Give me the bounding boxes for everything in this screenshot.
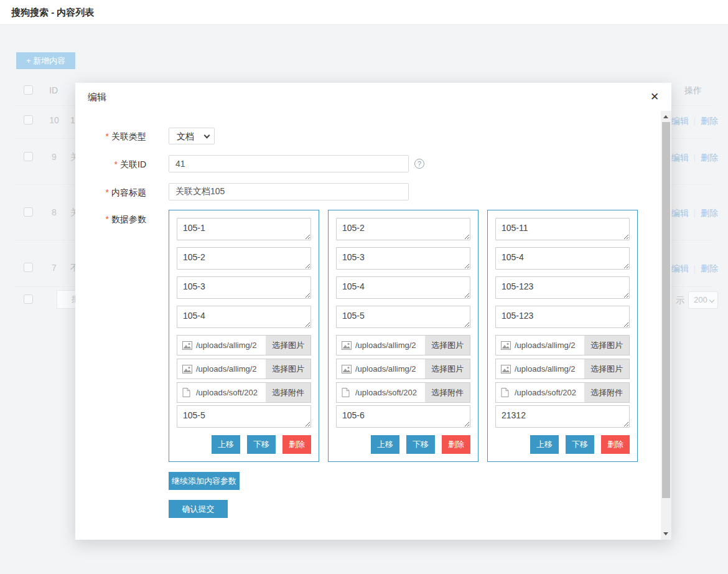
image-path[interactable]: /uploads/allimg/2 bbox=[196, 341, 266, 350]
param-textarea[interactable]: 105-5 bbox=[336, 306, 470, 328]
delete-link[interactable]: 删除 bbox=[701, 153, 718, 164]
column-header-action: 操作 bbox=[684, 85, 702, 96]
param-textarea[interactable]: 105-2 bbox=[336, 218, 470, 240]
move-down-button[interactable]: 下移 bbox=[247, 435, 276, 454]
page-title: 搜狗搜索 - 内容列表 bbox=[11, 7, 94, 19]
image-upload-row: /uploads/allimg/2 选择图片 bbox=[177, 335, 311, 355]
delete-link[interactable]: 删除 bbox=[701, 263, 718, 275]
add-content-button[interactable]: + 新增内容 bbox=[16, 52, 75, 69]
file-path[interactable]: /uploads/soft/202 bbox=[196, 388, 266, 397]
modal-title: 编辑 bbox=[88, 92, 106, 103]
file-icon bbox=[182, 388, 192, 397]
delete-panel-button[interactable]: 删除 bbox=[601, 435, 630, 454]
file-upload-row: /uploads/soft/202 选择附件 bbox=[177, 382, 311, 403]
required-mark: * bbox=[106, 131, 109, 141]
param-textarea[interactable]: 105-4 bbox=[495, 247, 630, 270]
move-up-button[interactable]: 上移 bbox=[530, 435, 559, 454]
image-path[interactable]: /uploads/allimg/2 bbox=[355, 364, 425, 374]
help-icon[interactable]: ? bbox=[414, 159, 424, 169]
image-path[interactable]: /uploads/allimg/2 bbox=[515, 341, 584, 350]
choose-file-button[interactable]: 选择附件 bbox=[266, 383, 310, 402]
image-icon bbox=[342, 341, 352, 350]
move-up-button[interactable]: 上移 bbox=[212, 435, 240, 454]
delete-panel-button[interactable]: 删除 bbox=[282, 435, 311, 454]
row-checkbox[interactable] bbox=[24, 152, 33, 161]
submit-button[interactable]: 确认提交 bbox=[169, 500, 228, 518]
move-down-button[interactable]: 下移 bbox=[406, 435, 435, 454]
param-textarea[interactable]: 105-5 bbox=[177, 405, 311, 428]
edit-link[interactable]: 编辑 bbox=[671, 208, 689, 219]
image-path[interactable]: /uploads/allimg/2 bbox=[355, 341, 425, 350]
param-textarea[interactable]: 105-3 bbox=[177, 276, 311, 299]
page-size-label-fragment: 示 bbox=[676, 295, 684, 306]
row-checkbox[interactable] bbox=[24, 207, 33, 217]
image-path[interactable]: /uploads/allimg/2 bbox=[196, 364, 266, 374]
delete-link[interactable]: 删除 bbox=[701, 116, 718, 127]
content-title-input[interactable] bbox=[169, 183, 409, 200]
choose-image-button[interactable]: 选择图片 bbox=[584, 336, 629, 355]
param-textarea[interactable]: 105-11 bbox=[495, 218, 630, 240]
select-all-checkbox[interactable] bbox=[24, 85, 33, 95]
param-panel: 105-11 105-4 105-123 105-123 /uploads/al… bbox=[487, 210, 638, 462]
page-size-select[interactable]: 200 bbox=[688, 291, 718, 309]
choose-file-button[interactable]: 选择附件 bbox=[584, 383, 629, 402]
param-textarea[interactable]: 105-123 bbox=[495, 276, 630, 299]
required-mark: * bbox=[106, 187, 109, 197]
file-path[interactable]: /uploads/soft/202 bbox=[355, 388, 425, 397]
image-icon bbox=[342, 365, 352, 374]
choose-image-button[interactable]: 选择图片 bbox=[266, 336, 310, 355]
image-path[interactable]: /uploads/allimg/2 bbox=[515, 364, 584, 374]
file-upload-row: /uploads/soft/202 选择附件 bbox=[336, 382, 470, 403]
field-label-type: *关联类型 bbox=[75, 131, 146, 143]
row-actions: 编辑删除 bbox=[671, 208, 721, 219]
choose-image-button[interactable]: 选择图片 bbox=[425, 336, 470, 355]
param-textarea[interactable]: 21312 bbox=[495, 405, 630, 428]
scroll-up-icon[interactable] bbox=[663, 115, 668, 118]
move-down-button[interactable]: 下移 bbox=[566, 435, 594, 454]
param-textarea[interactable]: 105-3 bbox=[336, 247, 470, 270]
row-checkbox[interactable] bbox=[24, 115, 33, 125]
file-icon bbox=[342, 388, 352, 397]
file-icon bbox=[501, 388, 511, 397]
choose-file-button[interactable]: 选择附件 bbox=[425, 383, 470, 402]
scroll-down-icon[interactable] bbox=[663, 532, 668, 535]
edit-link[interactable]: 编辑 bbox=[671, 153, 689, 164]
choose-image-button[interactable]: 选择图片 bbox=[584, 359, 629, 379]
column-header-id: ID bbox=[49, 85, 58, 95]
image-icon bbox=[501, 341, 511, 350]
param-textarea[interactable]: 105-123 bbox=[495, 306, 630, 328]
link-divider bbox=[694, 265, 695, 273]
delete-link[interactable]: 删除 bbox=[701, 208, 718, 219]
link-divider bbox=[694, 210, 695, 218]
panel-button-row: 上移 下移 删除 bbox=[177, 435, 311, 454]
edit-link[interactable]: 编辑 bbox=[671, 263, 689, 275]
param-textarea[interactable]: 105-6 bbox=[336, 405, 470, 428]
move-up-button[interactable]: 上移 bbox=[371, 435, 399, 454]
param-textarea[interactable]: 105-2 bbox=[177, 247, 311, 270]
edit-link[interactable]: 编辑 bbox=[671, 116, 689, 127]
add-param-button[interactable]: 继续添加内容参数 bbox=[169, 472, 240, 490]
delete-panel-button[interactable]: 删除 bbox=[442, 435, 470, 454]
choose-image-button[interactable]: 选择图片 bbox=[425, 359, 470, 379]
row-checkbox[interactable] bbox=[24, 263, 33, 272]
rel-id-input[interactable] bbox=[169, 155, 409, 172]
row-actions: 编辑删除 bbox=[671, 263, 721, 275]
close-icon[interactable]: ✕ bbox=[648, 90, 661, 104]
panel-button-row: 上移 下移 删除 bbox=[336, 435, 470, 454]
image-upload-row: /uploads/allimg/2 选择图片 bbox=[336, 335, 470, 355]
scrollbar-thumb[interactable] bbox=[662, 122, 670, 498]
footer-select-all-checkbox[interactable] bbox=[24, 294, 33, 304]
row-id: 7 bbox=[46, 263, 62, 273]
file-path[interactable]: /uploads/soft/202 bbox=[515, 388, 584, 397]
param-textarea[interactable]: 105-4 bbox=[177, 306, 311, 328]
param-panel: 105-1 105-2 105-3 105-4 /uploads/allimg/… bbox=[169, 210, 319, 462]
required-mark: * bbox=[114, 159, 118, 169]
row-actions: 编辑删除 bbox=[671, 116, 721, 127]
modal-scrollbar[interactable] bbox=[661, 111, 671, 540]
image-upload-row: /uploads/allimg/2 选择图片 bbox=[495, 335, 630, 355]
param-textarea[interactable]: 105-4 bbox=[336, 276, 470, 299]
link-divider bbox=[694, 118, 695, 126]
choose-image-button[interactable]: 选择图片 bbox=[266, 359, 310, 379]
type-select[interactable]: 文档 bbox=[169, 128, 215, 144]
param-textarea[interactable]: 105-1 bbox=[177, 218, 311, 240]
